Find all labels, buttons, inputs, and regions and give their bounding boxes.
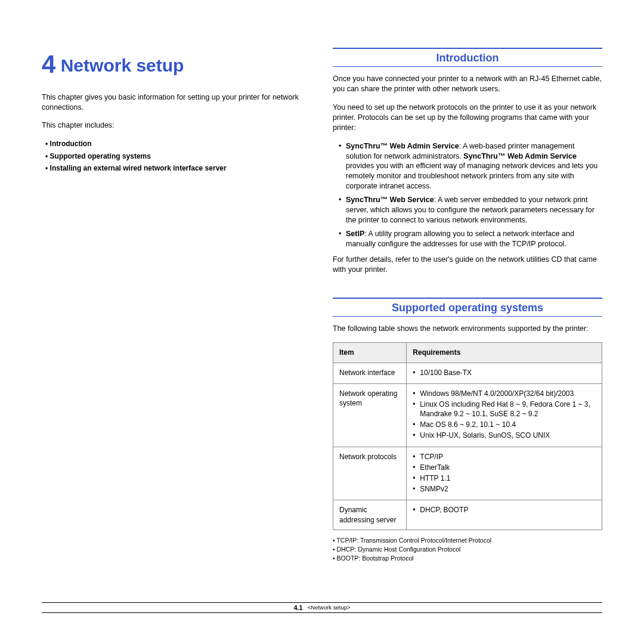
page-body: 4 Network setup This chapter gives you b…	[0, 0, 644, 563]
chapter-intro-para: This chapter gives you basic information…	[42, 92, 311, 113]
table-cell-item: Dynamic addressing server	[333, 500, 407, 530]
intro-p2: You need to set up the network protocols…	[333, 103, 602, 133]
chapter-includes-label: This chapter includes:	[42, 120, 311, 131]
intro-bullets: SyncThru™ Web Admin Service: A web-based…	[333, 141, 602, 249]
bullet-bold: SetIP	[346, 230, 364, 238]
footnote: BOOTP: Bootstrap Protocol	[333, 554, 602, 562]
req-item: Mac OS 8.6 ~ 9.2, 10.1 ~ 10.4	[413, 420, 596, 429]
page-footer: 4.1 <Network setup>	[42, 602, 602, 613]
bullet-bold2: SyncThru™ Web Admin Service	[463, 152, 577, 160]
req-item: 10/100 Base-TX	[413, 368, 596, 377]
intro-bullet: SyncThru™ Web Service: A web server embe…	[333, 195, 602, 225]
bullet-bold: SyncThru™ Web Admin Service	[346, 142, 459, 150]
req-item: HTTP 1.1	[413, 473, 596, 483]
table-head-item: Item	[333, 343, 407, 363]
toc-item[interactable]: Introduction	[45, 139, 311, 148]
table-row: Network protocols TCP/IP EtherTalk HTTP …	[333, 447, 602, 500]
bullet-text-after: provides you with an efficient way of ma…	[346, 162, 597, 190]
chapter-title: Network setup	[61, 55, 184, 75]
right-column: Introduction Once you have connected you…	[333, 48, 602, 563]
req-item: SNMPv2	[413, 484, 596, 494]
section-heading-supported: Supported operating systems	[333, 298, 602, 317]
table-row: Dynamic addressing server DHCP, BOOTP	[333, 500, 602, 530]
table-row: Network operating system Windows 98/Me/N…	[333, 383, 602, 447]
table-cell-item: Network protocols	[333, 447, 407, 500]
table-cell-req: DHCP, BOOTP	[407, 500, 602, 530]
req-item: Windows 98/Me/NT 4.0/2000/XP(32/64 bit)/…	[413, 389, 596, 398]
footnote: TCP/IP: Transmission Control Protocol/In…	[333, 536, 602, 544]
requirements-table: Item Requirements Network interface 10/1…	[333, 342, 602, 530]
toc-item[interactable]: Installing an external wired network int…	[45, 163, 311, 173]
footnote: DHCP: Dynamic Host Configuration Protoco…	[333, 545, 602, 553]
table-cell-req: 10/100 Base-TX	[407, 363, 602, 383]
intro-bullet: SetIP: A utility program allowing you to…	[333, 229, 602, 249]
section-heading-introduction: Introduction	[333, 48, 602, 67]
footer-page-number: 4.1	[293, 603, 302, 612]
req-item: Linux OS including Red Hat 8 ~ 9, Fedora…	[413, 400, 596, 419]
left-column: 4 Network setup This chapter gives you b…	[42, 48, 311, 563]
toc-item[interactable]: Supported operating systems	[45, 151, 311, 161]
req-item: Unix HP-UX, Solaris, SunOS, SCO UNIX	[413, 431, 596, 440]
table-head-req: Requirements	[407, 343, 602, 363]
table-cell-req: TCP/IP EtherTalk HTTP 1.1 SNMPv2	[407, 447, 602, 500]
req-item: TCP/IP	[413, 452, 596, 462]
chapter-number: 4	[42, 50, 55, 78]
intro-bullet: SyncThru™ Web Admin Service: A web-based…	[333, 141, 602, 191]
intro-p3: For further details, refer to the user's…	[333, 255, 602, 275]
footer-chapter-label: <Network setup>	[308, 604, 351, 612]
bullet-text: : A utility program allowing you to sele…	[346, 230, 574, 248]
chapter-toc: Introduction Supported operating systems…	[42, 139, 311, 173]
table-cell-req: Windows 98/Me/NT 4.0/2000/XP(32/64 bit)/…	[407, 383, 602, 447]
intro-p1: Once you have connected your printer to …	[333, 74, 602, 94]
req-item: EtherTalk	[413, 463, 596, 472]
footnotes: TCP/IP: Transmission Control Protocol/In…	[333, 536, 602, 563]
chapter-heading: 4 Network setup	[42, 48, 311, 82]
bullet-bold: SyncThru™ Web Service	[346, 196, 434, 204]
table-cell-item: Network operating system	[333, 383, 407, 447]
supported-intro: The following table shows the network en…	[333, 324, 602, 334]
req-item: DHCP, BOOTP	[413, 505, 596, 515]
table-row: Network interface 10/100 Base-TX	[333, 363, 602, 383]
table-cell-item: Network interface	[333, 363, 407, 383]
